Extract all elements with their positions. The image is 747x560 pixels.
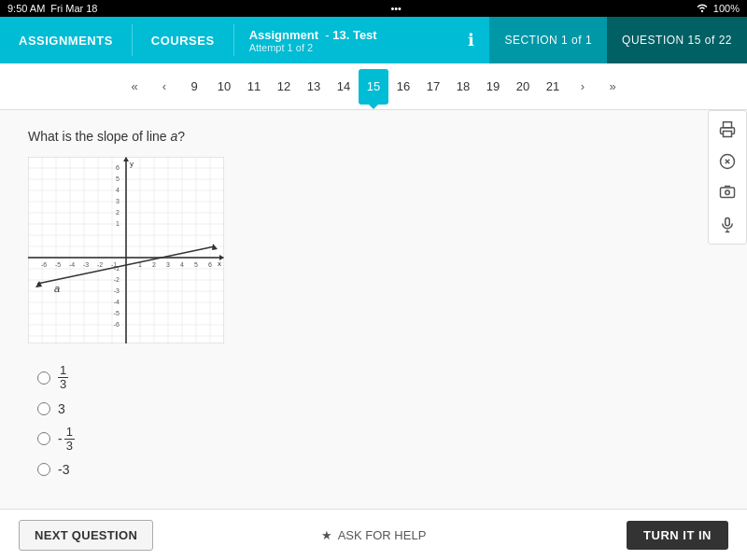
svg-text:y: y (130, 160, 134, 168)
status-wifi (695, 2, 710, 15)
q-num-16[interactable]: 16 (388, 69, 418, 105)
print-tool[interactable] (712, 115, 742, 145)
footer-right: TURN IT IN (492, 521, 728, 550)
nav-first[interactable]: « (120, 69, 149, 105)
main-content: What is the slope of line a? (0, 110, 747, 509)
answer-choice-4[interactable]: -3 (37, 462, 719, 477)
ask-for-help-button[interactable]: ★ ASK FOR HELP (321, 528, 427, 542)
footer-center: ★ ASK FOR HELP (255, 528, 491, 542)
q-num-18[interactable]: 18 (448, 69, 478, 105)
status-date: Fri Mar 18 (50, 3, 97, 14)
svg-text:3: 3 (166, 261, 170, 268)
svg-text:-6: -6 (114, 321, 120, 328)
nav-last[interactable]: » (598, 69, 627, 105)
svg-text:6: 6 (208, 261, 212, 268)
footer: NEXT QUESTION ★ ASK FOR HELP TURN IT IN (0, 509, 747, 560)
svg-text:-3: -3 (83, 261, 89, 268)
voice-tool[interactable] (712, 210, 742, 240)
status-bar: 9:50 AM Fri Mar 18 ••• 100% (0, 0, 747, 17)
nav-bar: ASSIGNMENTS COURSES Assignment - 13. Tes… (0, 17, 747, 63)
nav-prev[interactable]: ‹ (149, 69, 179, 105)
svg-rect-66 (724, 132, 732, 137)
question-text: What is the slope of line a? (28, 129, 719, 144)
info-button[interactable]: ℹ (453, 17, 489, 63)
status-center: ••• (390, 3, 402, 14)
svg-point-71 (726, 190, 730, 195)
svg-text:4: 4 (116, 187, 120, 193)
assignment-title: Assignment - 13. Test (249, 28, 439, 42)
svg-text:2: 2 (152, 261, 156, 268)
svg-text:-2: -2 (114, 276, 120, 283)
screenshot-tool[interactable] (712, 178, 742, 208)
question-navigator: « ‹ 9 10 11 12 13 14 15 16 17 18 19 20 2… (0, 63, 747, 110)
courses-nav[interactable]: COURSES (133, 17, 233, 63)
svg-text:-4: -4 (69, 261, 75, 268)
q-num-12[interactable]: 12 (269, 69, 299, 105)
q-num-20[interactable]: 20 (508, 69, 538, 105)
radio-4[interactable] (37, 463, 50, 476)
status-time: 9:50 AM (7, 3, 45, 14)
side-tools (708, 110, 747, 245)
svg-point-0 (701, 10, 703, 12)
svg-rect-70 (721, 188, 735, 198)
svg-text:1: 1 (116, 220, 120, 227)
svg-text:-5: -5 (55, 261, 61, 268)
q-num-14[interactable]: 14 (329, 69, 359, 105)
svg-text:x: x (218, 259, 221, 268)
assignment-info: Assignment - 13. Test Attempt 1 of 2 (234, 17, 454, 63)
answer-choices: 1 3 3 - 1 3 -3 (37, 364, 719, 477)
q-num-10[interactable]: 10 (209, 69, 239, 105)
radio-1[interactable] (37, 371, 50, 385)
q-num-9[interactable]: 9 (179, 69, 209, 105)
radio-2[interactable] (37, 402, 50, 415)
neg-fraction-1-3: - 1 3 (58, 426, 75, 454)
answer-choice-1[interactable]: 1 3 (37, 364, 719, 392)
svg-text:-3: -3 (114, 287, 120, 294)
nav-next-btn[interactable]: › (568, 69, 598, 105)
svg-text:3: 3 (116, 198, 120, 204)
svg-text:4: 4 (180, 261, 184, 268)
svg-text:-5: -5 (114, 310, 120, 316)
answer-value-neg3: -3 (58, 462, 69, 477)
q-num-19[interactable]: 19 (478, 69, 508, 105)
q-num-15[interactable]: 15 (359, 69, 388, 105)
q-num-17[interactable]: 17 (418, 69, 448, 105)
question-indicator: QUESTION 15 of 22 (607, 17, 747, 63)
status-battery: 100% (713, 3, 740, 14)
radio-3[interactable] (37, 432, 50, 445)
svg-text:5: 5 (116, 175, 120, 182)
svg-text:-4: -4 (114, 299, 120, 305)
graph-container: x y -6 -5 -4 -3 -2 -1 1 2 3 4 5 6 6 5 4 … (28, 157, 719, 347)
assignments-nav[interactable]: ASSIGNMENTS (0, 17, 132, 63)
q-num-13[interactable]: 13 (299, 69, 329, 105)
section-indicator: SECTION 1 of 1 (489, 17, 607, 63)
svg-text:-2: -2 (97, 261, 103, 268)
q-num-21[interactable]: 21 (538, 69, 568, 105)
answer-value-3: 3 (58, 401, 65, 416)
answer-choice-2[interactable]: 3 (37, 401, 719, 416)
nav-arrow (366, 102, 381, 109)
turn-it-in-button[interactable]: TURN IT IN (627, 521, 728, 550)
close-tool[interactable] (712, 147, 742, 176)
answer-choice-3[interactable]: - 1 3 (37, 426, 719, 454)
svg-rect-65 (724, 122, 732, 128)
svg-text:5: 5 (194, 261, 198, 268)
svg-text:2: 2 (116, 209, 120, 216)
fraction-1-3: 1 3 (58, 364, 68, 392)
svg-rect-73 (726, 218, 730, 226)
ask-icon: ★ (321, 528, 332, 542)
next-question-button[interactable]: NEXT QUESTION (19, 520, 153, 551)
assignment-attempt: Attempt 1 of 2 (249, 42, 439, 53)
coordinate-graph: x y -6 -5 -4 -3 -2 -1 1 2 3 4 5 6 6 5 4 … (28, 157, 224, 343)
svg-text:-6: -6 (41, 261, 47, 268)
svg-text:6: 6 (116, 164, 120, 171)
q-num-11[interactable]: 11 (239, 69, 269, 105)
svg-text:a: a (54, 283, 60, 294)
footer-left: NEXT QUESTION (19, 520, 255, 551)
ask-label: ASK FOR HELP (338, 528, 427, 542)
